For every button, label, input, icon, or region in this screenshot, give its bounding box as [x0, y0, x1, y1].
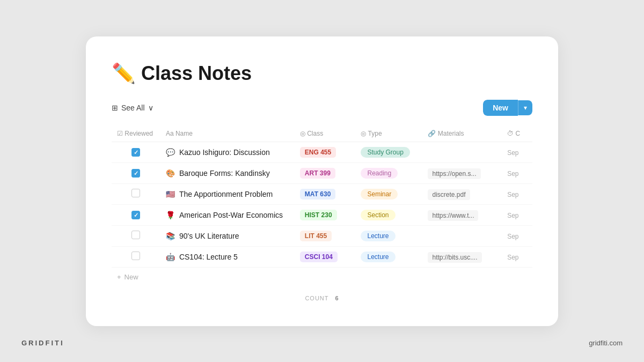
row-name: Kazuo Ishiguro: Discussion: [179, 148, 270, 157]
name-cell: 💬Kazuo Ishiguro: Discussion: [160, 142, 295, 162]
table-row: 💬Kazuo Ishiguro: DiscussionENG 455Study …: [112, 142, 532, 162]
date-value: Sep: [507, 149, 518, 157]
class-badge: ENG 455: [300, 147, 336, 158]
type-cell: Section: [355, 204, 422, 225]
type-badge: Lecture: [361, 231, 395, 241]
date-cell: Sep: [502, 142, 532, 162]
date-cell: Sep: [502, 225, 532, 246]
col-header-reviewed: ☑ Reviewed: [112, 125, 160, 142]
row-name: The Apportionment Problem: [179, 190, 273, 198]
new-button[interactable]: New: [483, 100, 518, 116]
class-badge: LIT 455: [300, 231, 332, 241]
name-cell: 🤖CS104: Lecture 5: [160, 246, 295, 267]
materials-link[interactable]: discrete.pdf: [428, 189, 470, 200]
checkbox[interactable]: [131, 169, 140, 178]
col-header-date: ⏱ C: [502, 125, 532, 142]
type-badge: Seminar: [361, 189, 398, 200]
checkbox-icon: ☑: [117, 130, 123, 137]
table-row: 🎨Baroque Forms: KandinskyART 399Readingh…: [112, 162, 532, 183]
materials-cell: https://www.t...: [422, 204, 502, 225]
type-cell: Study Group: [355, 142, 422, 162]
materials-cell: [422, 142, 502, 162]
table-row: 🌹American Post-War EconomicsHIST 230Sect…: [112, 204, 532, 225]
name-cell: 🌹American Post-War Economics: [160, 204, 295, 225]
page-icon: ✏️: [112, 62, 136, 85]
class-cell: HIST 230: [295, 204, 356, 225]
date-cell: Sep: [502, 162, 532, 183]
date-value: Sep: [507, 212, 518, 219]
checkbox[interactable]: [131, 148, 140, 157]
checkbox[interactable]: [131, 189, 140, 197]
chevron-down-icon: ∨: [148, 104, 153, 112]
name-cell: 🇺🇸The Apportionment Problem: [160, 183, 295, 204]
materials-link[interactable]: http://bits.usc....: [428, 252, 481, 263]
branding-right: gridfiti.com: [589, 339, 623, 347]
toolbar: ⊞ See All ∨ New ▾: [112, 100, 532, 116]
date-value: Sep: [507, 254, 518, 261]
count-row: COUNT 6: [112, 286, 532, 305]
date-value: Sep: [507, 191, 518, 198]
row-icon: 💬: [166, 148, 175, 157]
row-name: 90's UK Literature: [179, 232, 239, 240]
materials-cell: discrete.pdf: [422, 183, 502, 204]
new-button-caret[interactable]: ▾: [518, 100, 532, 115]
plus-icon: +: [117, 273, 121, 281]
main-card: ✏️ Class Notes ⊞ See All ∨ New ▾ ☑ Revie…: [86, 36, 558, 326]
row-icon: 🌹: [166, 211, 175, 219]
notes-table: ☑ Reviewed Aa Name ◎ Class ◎ Type 🔗 Mate…: [112, 125, 532, 268]
page-title: ✏️ Class Notes: [112, 62, 532, 85]
checkbox[interactable]: [131, 211, 140, 219]
row-icon: 🤖: [166, 253, 175, 261]
table-row: 🇺🇸The Apportionment ProblemMAT 630Semina…: [112, 183, 532, 204]
type-cell: Lecture: [355, 225, 422, 246]
type-cell: Seminar: [355, 183, 422, 204]
type-cell: Reading: [355, 162, 422, 183]
row-name: CS104: Lecture 5: [179, 253, 238, 261]
materials-link[interactable]: https://www.t...: [428, 210, 478, 221]
text-icon: Aa: [166, 130, 174, 137]
circle-icon2: ◎: [361, 130, 366, 137]
date-value: Sep: [507, 233, 518, 240]
date-cell: Sep: [502, 204, 532, 225]
type-badge: Reading: [361, 168, 398, 179]
clock-icon: ⏱: [507, 130, 514, 137]
row-name: Baroque Forms: Kandinsky: [179, 169, 270, 178]
checkbox-cell: [112, 183, 160, 204]
name-cell: 🎨Baroque Forms: Kandinsky: [160, 162, 295, 183]
circle-icon: ◎: [300, 130, 305, 137]
materials-cell: http://bits.usc....: [422, 246, 502, 267]
checkbox-cell: [112, 225, 160, 246]
type-cell: Lecture: [355, 246, 422, 267]
checkbox[interactable]: [131, 231, 140, 239]
add-new-row-button[interactable]: + New: [112, 268, 532, 286]
type-badge: Section: [361, 210, 395, 220]
checkbox[interactable]: [131, 252, 140, 260]
class-badge: MAT 630: [300, 189, 335, 200]
col-header-materials: 🔗 Materials: [422, 125, 502, 142]
checkbox-cell: [112, 162, 160, 183]
checkbox-cell: [112, 204, 160, 225]
table-row: 📚90's UK LiteratureLIT 455LectureSep: [112, 225, 532, 246]
count-value: 6: [335, 295, 339, 301]
class-badge: CSCI 104: [300, 252, 338, 262]
row-name: American Post-War Economics: [179, 211, 283, 219]
class-cell: ART 399: [295, 162, 356, 183]
materials-cell: https://open.s...: [422, 162, 502, 183]
checkbox-cell: [112, 246, 160, 267]
count-label: COUNT: [305, 295, 328, 301]
type-badge: Lecture: [361, 252, 395, 262]
table-icon: ⊞: [112, 104, 118, 112]
date-cell: Sep: [502, 246, 532, 267]
type-badge: Study Group: [361, 147, 409, 158]
class-badge: ART 399: [300, 168, 335, 179]
class-cell: MAT 630: [295, 183, 356, 204]
materials-link[interactable]: https://open.s...: [428, 168, 480, 179]
name-cell: 📚90's UK Literature: [160, 225, 295, 246]
class-cell: ENG 455: [295, 142, 356, 162]
see-all-button[interactable]: ⊞ See All ∨: [112, 104, 153, 112]
branding-left: GRIDFITI: [21, 339, 64, 347]
row-icon: 📚: [166, 232, 175, 240]
materials-cell: [422, 225, 502, 246]
table-row: 🤖CS104: Lecture 5CSCI 104Lecturehttp://b…: [112, 246, 532, 267]
row-icon: 🎨: [166, 169, 175, 178]
